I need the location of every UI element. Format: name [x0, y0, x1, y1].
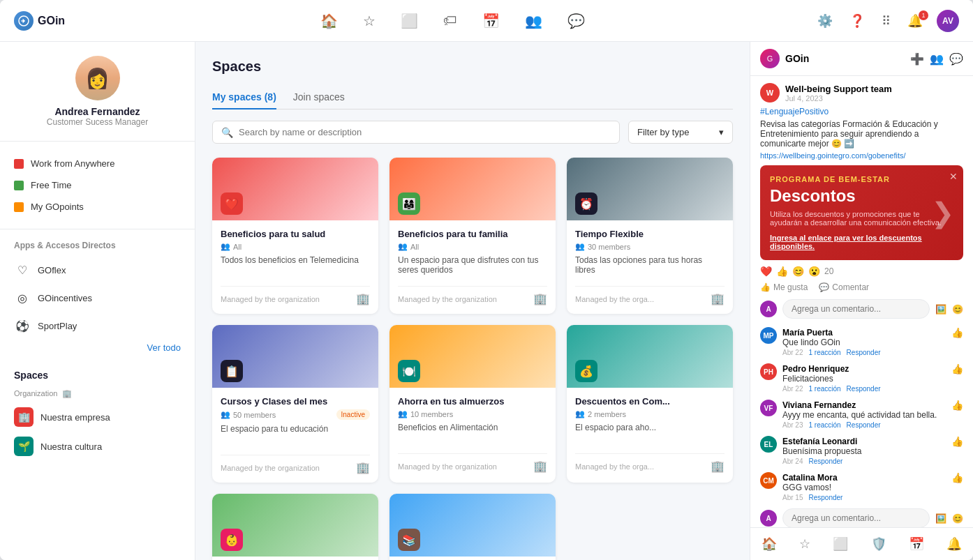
post-author: Well-being Support team [785, 84, 892, 94]
sidebar-space-cultura[interactable]: 🌱 Nuestra cultura [0, 432, 195, 461]
comment-like-icon-4[interactable]: 👍 [951, 472, 963, 483]
comment-text-4: GGG vamos! [782, 483, 946, 492]
space-card-biblioteca[interactable]: 📚 Biblioteca Online 👥 3 members E-books … [389, 494, 556, 560]
comment-avatar-3: EL [760, 436, 777, 453]
chat-nav-icon[interactable]: 💬 [565, 10, 588, 32]
like-icon: 👍 [760, 282, 771, 292]
comment-reactions-0[interactable]: 1 reacción [808, 349, 840, 356]
comment-reply-1[interactable]: Responder [847, 385, 881, 393]
footer-calendar-icon[interactable]: 📅 [906, 533, 927, 554]
post-reactions: ❤️ 👍 😊 😮 20 [760, 266, 963, 277]
filter-select[interactable]: Filter by type ▾ [628, 121, 733, 144]
sidebar-space-empresa[interactable]: 🏢 Nuestra empresa [0, 402, 195, 432]
apps-section-title: Apps & Accesos Directos [0, 229, 195, 256]
filter-label: Filter by type [637, 127, 689, 137]
comment-input[interactable] [782, 299, 930, 319]
settings-icon[interactable]: ⚙️ [815, 10, 835, 31]
comment-like-icon-0[interactable]: 👍 [951, 327, 963, 338]
help-icon[interactable]: ❓ [847, 10, 868, 31]
comment-author-0: María Puerta [782, 328, 833, 338]
comment-reply-4[interactable]: Responder [808, 494, 842, 501]
tab-my-spaces[interactable]: My spaces (8) [212, 86, 276, 109]
card-body-sala: Sala Cuna 👥3 members Inactive El lugar p… [212, 557, 378, 560]
sidebar-app-goincentives[interactable]: ◎ GOincentives [0, 284, 195, 312]
card-desc-descuentos: El espacio para aho... [575, 423, 725, 445]
comment-reply-3[interactable]: Responder [808, 457, 842, 465]
promo-cta[interactable]: Ingresa al enlace para ver los descuento… [770, 234, 953, 250]
card-desc-health: Todos los beneficios en Telemedicina [221, 255, 370, 278]
comment-image-icon[interactable]: 🖼️ [935, 304, 946, 315]
chat-people-icon[interactable]: 👥 [930, 52, 944, 66]
sidebar-item-freetime[interactable]: Free Time [0, 174, 195, 196]
card-badge-food: 🍽️ [398, 360, 420, 382]
post-date: Jul 4, 2023 [785, 94, 892, 103]
space-card-cursos[interactable]: 📋 Cursos y Clases del mes 👥50 members In… [212, 325, 378, 483]
page-title: Spaces [212, 59, 733, 75]
post-hashtag: #LenguajePositivo [760, 107, 963, 116]
bottom-comment-input[interactable] [782, 508, 930, 527]
grid-icon[interactable]: ⠿ [879, 10, 893, 31]
comment-like-icon-2[interactable]: 👍 [951, 400, 963, 411]
layers-nav-icon[interactable]: ⬜ [398, 10, 421, 32]
sidebar-app-goflex[interactable]: ♡ GOflex [0, 256, 195, 284]
search-input[interactable] [239, 121, 611, 143]
like-action[interactable]: 👍 Me gusta [760, 282, 808, 292]
search-icon: 🔍 [221, 127, 233, 138]
comment-meta-2: Abr 23 1 reacción Responder [782, 421, 946, 429]
chat-panel: G GOin ➕ 👥 💬 W Well-being Support team J… [750, 42, 973, 560]
chat-add-icon[interactable]: ➕ [910, 52, 924, 66]
space-card-health[interactable]: ❤️ Beneficios para tu salud 👥 All Todos … [212, 158, 378, 314]
card-footer-cursos: Managed by the organization 🏢 [221, 455, 370, 474]
card-badge-sala: 👶 [221, 529, 243, 551]
like-label: Me gusta [773, 282, 808, 292]
footer-home-icon[interactable]: 🏠 [759, 533, 780, 554]
bottom-comment-image-icon[interactable]: 🖼️ [935, 513, 946, 524]
comment-action[interactable]: 💬 Comentar [819, 282, 869, 292]
org-badge-time: 🏢 [711, 292, 725, 305]
comment-reactions-2[interactable]: 1 reacción [808, 421, 840, 429]
chat-header-avatar: G [760, 49, 780, 68]
comment-author-2: Viviana Fernandez [782, 400, 856, 410]
comment-reply-0[interactable]: Responder [847, 349, 881, 356]
home-nav-icon[interactable]: 🏠 [318, 10, 341, 32]
promo-arrow-icon: ❯ [931, 197, 955, 229]
sidebar-item-work[interactable]: Work from Anywhere [0, 153, 195, 174]
space-card-descuentos[interactable]: 💰 Descuentos en Com... 👥 2 members El es… [567, 325, 733, 483]
space-card-family[interactable]: 👨‍👩‍👧 Beneficios para tu familia 👥 All U… [389, 158, 556, 314]
chat-more-icon[interactable]: 💬 [949, 52, 963, 66]
comment-like-icon-1[interactable]: 👍 [951, 363, 963, 374]
footer-bell-icon[interactable]: 🔔 [944, 533, 965, 554]
post-link[interactable]: https://wellbeing.gointegro.com/gobenefi… [760, 151, 963, 160]
space-card-time[interactable]: ⏰ Tiempo Flexible 👥 30 members Todas las… [567, 158, 733, 314]
comment-reply-2[interactable]: Responder [847, 421, 881, 429]
tag-nav-icon[interactable]: 🏷 [440, 10, 460, 31]
users-nav-icon[interactable]: 👥 [522, 10, 545, 32]
comment-reactions-1[interactable]: 1 reacción [808, 385, 840, 393]
promo-close-button[interactable]: ✕ [949, 171, 958, 182]
ver-todo-link[interactable]: Ver todo [0, 340, 195, 361]
footer-star-icon[interactable]: ☆ [796, 533, 813, 554]
post-avatar: W [760, 83, 780, 103]
calendar-nav-icon[interactable]: 📅 [480, 10, 503, 32]
user-avatar-button[interactable]: AV [937, 10, 959, 32]
sidebar-app-sportplay[interactable]: ⚽ SportPlay [0, 312, 195, 340]
tab-join-spaces[interactable]: Join spaces [293, 86, 345, 109]
comment-emoji-icon[interactable]: 😊 [952, 304, 963, 315]
footer-shield-icon[interactable]: 🛡️ [868, 533, 889, 554]
card-image-sala: 👶 [212, 494, 378, 557]
notification-button[interactable]: 🔔 1 [905, 13, 926, 29]
app-logo[interactable]: GOin [14, 11, 91, 31]
sidebar-bookmarks: Work from Anywhere Free Time My GOpoints [0, 142, 195, 229]
star-nav-icon[interactable]: ☆ [360, 10, 378, 32]
footer-layers-icon[interactable]: ⬜ [830, 533, 851, 554]
space-card-sala[interactable]: 👶 Sala Cuna 👥3 members Inactive El lugar… [212, 494, 378, 560]
comment-like-icon-3[interactable]: 👍 [951, 436, 963, 447]
card-footer-time: Managed by the orga... 🏢 [575, 286, 725, 305]
sidebar-item-gopoints[interactable]: My GOpoints [0, 196, 195, 218]
comment-item-0: MP María Puerta Que lindo GOin Abr 22 1 … [760, 327, 963, 356]
comment-content-0: María Puerta Que lindo GOin Abr 22 1 rea… [782, 327, 946, 356]
space-card-food[interactable]: 🍽️ Ahorra en tus almuerzos 👥 10 members … [389, 325, 556, 483]
cultura-icon: 🌱 [14, 437, 34, 456]
bottom-comment-emoji-icon[interactable]: 😊 [952, 513, 963, 524]
search-filter-row: 🔍 Filter by type ▾ [212, 121, 733, 144]
